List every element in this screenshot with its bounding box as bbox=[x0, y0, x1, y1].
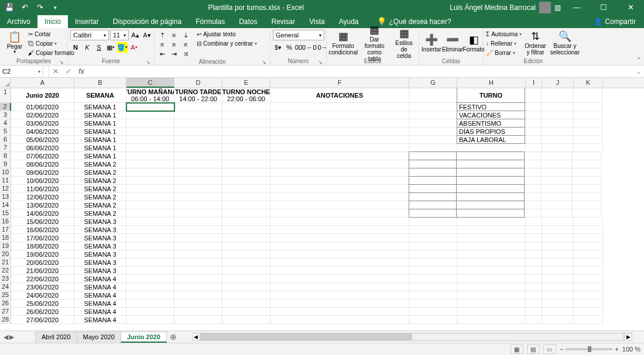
tab-datos[interactable]: Datos bbox=[232, 15, 264, 28]
cell[interactable] bbox=[541, 177, 573, 185]
hscroll-right[interactable]: ▶ bbox=[624, 333, 632, 341]
page-break-view-button[interactable]: ▭ bbox=[543, 344, 556, 354]
fill-button[interactable]: ↓Rellenar▾ bbox=[486, 39, 522, 48]
cell[interactable] bbox=[409, 283, 457, 291]
row-header-3[interactable]: 3 bbox=[0, 111, 11, 119]
cell[interactable] bbox=[542, 226, 574, 234]
cell[interactable] bbox=[573, 201, 602, 209]
cell[interactable] bbox=[222, 144, 270, 152]
row-header-18[interactable]: 18 bbox=[0, 234, 11, 242]
cell[interactable] bbox=[409, 119, 457, 127]
cell[interactable]: 27/06/2020 bbox=[11, 316, 74, 324]
cell[interactable] bbox=[525, 185, 541, 193]
cell[interactable] bbox=[126, 201, 174, 209]
cell[interactable] bbox=[409, 299, 457, 308]
insert-function-button[interactable]: fx bbox=[75, 66, 88, 77]
row-header-9[interactable]: 9 bbox=[0, 160, 11, 168]
cell[interactable] bbox=[525, 111, 542, 119]
cell[interactable] bbox=[409, 267, 457, 275]
cell[interactable] bbox=[270, 193, 409, 201]
cell[interactable] bbox=[409, 316, 457, 324]
autosum-button[interactable]: ΣAutosuma▾ bbox=[486, 30, 522, 39]
accept-formula-button[interactable]: ✓ bbox=[62, 66, 75, 77]
cell[interactable] bbox=[222, 226, 270, 234]
cell[interactable] bbox=[526, 267, 542, 275]
number-format-select[interactable]: General▾ bbox=[273, 30, 324, 40]
font-color-button[interactable]: A▾ bbox=[129, 42, 139, 53]
cell[interactable] bbox=[126, 283, 174, 291]
cell[interactable]: 17/06/2020 bbox=[11, 234, 74, 242]
cell[interactable] bbox=[542, 127, 573, 136]
cell[interactable] bbox=[126, 218, 174, 226]
cell[interactable] bbox=[525, 160, 541, 168]
cell[interactable]: 13/06/2020 bbox=[11, 201, 74, 209]
cell[interactable] bbox=[222, 136, 270, 144]
cell[interactable] bbox=[126, 152, 174, 160]
cell[interactable] bbox=[457, 242, 526, 250]
zoom-slider-thumb[interactable] bbox=[588, 346, 591, 352]
cell[interactable] bbox=[573, 111, 602, 119]
cell[interactable]: TURNO NOCHE22:00 - 06:00 bbox=[222, 88, 270, 103]
cell[interactable] bbox=[126, 209, 174, 218]
cell[interactable]: 03/06/2020 bbox=[11, 119, 74, 127]
cell[interactable] bbox=[574, 250, 603, 259]
cell[interactable]: SEMANA 2 bbox=[74, 168, 126, 177]
cell[interactable]: 15/06/2020 bbox=[11, 218, 74, 226]
cell[interactable] bbox=[126, 267, 174, 275]
cell[interactable] bbox=[525, 152, 541, 160]
cell[interactable] bbox=[409, 176, 457, 185]
row-header-27[interactable]: 27 bbox=[0, 308, 11, 316]
select-all-corner[interactable] bbox=[0, 78, 11, 88]
cell[interactable] bbox=[573, 119, 602, 127]
cell[interactable] bbox=[126, 160, 174, 168]
cell[interactable]: SEMANA 3 bbox=[74, 259, 126, 267]
row-header-11[interactable]: 11 bbox=[0, 177, 11, 185]
tab-fórmulas[interactable]: Fórmulas bbox=[189, 15, 232, 28]
cell[interactable] bbox=[526, 308, 542, 316]
row-header-20[interactable]: 20 bbox=[0, 250, 11, 259]
cell[interactable] bbox=[222, 242, 270, 250]
cell[interactable] bbox=[542, 267, 574, 275]
zoom-slider-track[interactable] bbox=[566, 348, 612, 350]
sheet-scroll-right[interactable]: ▶ bbox=[9, 333, 14, 341]
hscroll-left[interactable]: ◀ bbox=[192, 333, 200, 341]
cell[interactable]: 07/06/2020 bbox=[11, 152, 74, 160]
cell[interactable]: 24/06/2020 bbox=[11, 291, 74, 299]
cell[interactable] bbox=[525, 103, 542, 111]
column-header-D[interactable]: D bbox=[174, 78, 222, 88]
cell[interactable] bbox=[526, 226, 542, 234]
cell[interactable]: 02/06/2020 bbox=[11, 111, 74, 119]
cell[interactable] bbox=[574, 218, 603, 226]
cell[interactable] bbox=[542, 111, 573, 119]
row-header-22[interactable]: 22 bbox=[0, 267, 11, 275]
cell[interactable] bbox=[270, 177, 409, 185]
cell[interactable] bbox=[126, 136, 174, 144]
cell[interactable] bbox=[541, 168, 573, 177]
row-header-4[interactable]: 4 bbox=[0, 119, 11, 127]
cell[interactable] bbox=[174, 160, 222, 168]
column-header-B[interactable]: B bbox=[74, 78, 126, 88]
cell[interactable]: SEMANA 3 bbox=[74, 250, 126, 259]
cell[interactable] bbox=[542, 283, 574, 291]
column-header-J[interactable]: J bbox=[542, 78, 574, 88]
cell[interactable] bbox=[573, 177, 602, 185]
cell[interactable] bbox=[542, 291, 574, 299]
cell[interactable] bbox=[409, 136, 457, 144]
cell[interactable] bbox=[457, 291, 526, 299]
cell[interactable]: ABSENTISMO bbox=[457, 119, 525, 127]
cell[interactable] bbox=[456, 209, 525, 218]
cell[interactable] bbox=[573, 185, 602, 193]
expand-formula-bar[interactable]: ⌄ bbox=[633, 66, 644, 77]
cell[interactable] bbox=[542, 218, 574, 226]
cell[interactable] bbox=[456, 192, 525, 201]
cell[interactable] bbox=[457, 299, 526, 308]
cell[interactable] bbox=[270, 136, 409, 144]
cell[interactable] bbox=[270, 242, 409, 250]
row-header-10[interactable]: 10 bbox=[0, 168, 11, 177]
cell[interactable] bbox=[456, 201, 525, 209]
cell[interactable] bbox=[542, 136, 573, 144]
undo-button[interactable]: ↶ bbox=[18, 1, 32, 15]
row-header-8[interactable]: 8 bbox=[0, 152, 11, 160]
cell[interactable]: SEMANA 1 bbox=[74, 152, 126, 160]
cell[interactable] bbox=[222, 259, 270, 267]
